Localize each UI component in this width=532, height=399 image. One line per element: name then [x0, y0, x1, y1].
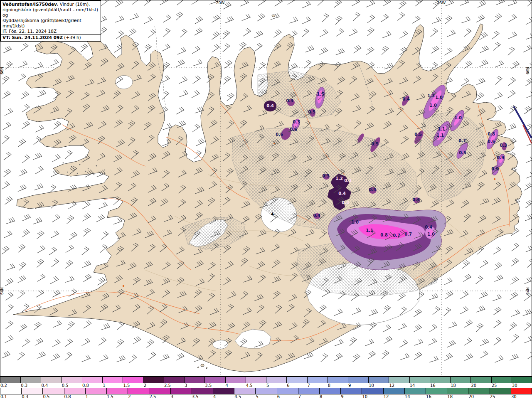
- colorbar-value: 10: [368, 383, 389, 388]
- precip-value-label: 1.0: [429, 103, 437, 108]
- colorbar-cell: 8: [319, 388, 340, 399]
- precip-value-label: 0.8: [380, 233, 388, 237]
- precip-value-label: 1.0: [454, 116, 462, 120]
- colorbar-cell: 2.5: [149, 388, 170, 399]
- colorbar-value: 2: [143, 383, 164, 388]
- colorbar-cell: 6: [286, 377, 307, 388]
- colorbar-swatch: [368, 377, 389, 383]
- colorbar-cell: 7: [298, 388, 319, 399]
- title-line-3: slydda/snjókoma (grátt/bleikt/grænt - mm…: [2, 18, 99, 29]
- colorbar-cell: 12: [389, 377, 409, 388]
- colorbar-swatch: [404, 388, 426, 394]
- colorbar-swatch: [286, 377, 307, 383]
- precip-value-label: 1.1: [436, 133, 444, 138]
- colorbar-swatch: [106, 388, 128, 394]
- colorbar-swatch: [298, 388, 319, 394]
- colorbar-cell: 3: [184, 377, 204, 388]
- colorbar-swatch: [184, 377, 204, 383]
- precip-value-label: 0.4: [266, 103, 274, 108]
- colorbar-swatch: [128, 388, 149, 394]
- colorbar-cell: 25: [491, 377, 512, 388]
- precip-value-label: 0.6: [290, 127, 297, 132]
- colorbar-value: 0.5: [62, 383, 82, 388]
- colorbar-swatch: [62, 377, 82, 383]
- colorbar-swatch: [447, 388, 468, 394]
- colorbar-value: 6: [286, 383, 307, 388]
- title-line-1-rest: : Vindur (10m),: [57, 2, 90, 7]
- colorbar-swatch: [266, 377, 286, 383]
- colorbar-swatch: [0, 377, 20, 383]
- precip-value-label: 0.4: [369, 187, 376, 192]
- colorbar-swatch: [328, 377, 348, 383]
- colorbar-swatch: [348, 377, 368, 383]
- colorbar-cell: 0.3: [20, 377, 41, 388]
- colorbar-cell: 2.5: [164, 377, 184, 388]
- colorbar-swatch: [102, 377, 123, 383]
- precip-value-label: 1.3: [427, 94, 435, 98]
- colorbar-cell: 8: [328, 377, 348, 388]
- colorbar-rain: 0.10.30.50.811.522.533.544.5567891012141…: [0, 388, 532, 399]
- colorbar-value: 2.5: [149, 394, 170, 399]
- colorbar-swatch: [213, 388, 234, 394]
- colorbar-cell: 3: [170, 388, 192, 399]
- colorbar-value: 1: [102, 383, 123, 388]
- colorbar-value: 20: [470, 383, 491, 388]
- latitude-label: 64N: [0, 287, 4, 295]
- colorbar-swatch: [409, 377, 430, 383]
- colorbar-value: 5: [255, 394, 276, 399]
- colorbar-cell: 14: [404, 388, 426, 399]
- colorbar-cell: 16: [426, 388, 447, 399]
- precip-value-label: 0.4: [313, 213, 320, 218]
- iceland-weather-map: ▲ 0.40.31.50.50.30.60.60.41.31.01.01.00.…: [0, 0, 532, 377]
- colorbar-swatch: [470, 377, 491, 383]
- colorbar-swatch: [491, 377, 512, 383]
- precip-value-label: 1.1: [366, 228, 373, 233]
- colorbar-cell: 2: [128, 388, 149, 399]
- colorbar-cell: 4.5: [234, 388, 255, 399]
- colorbar-value: 20: [468, 394, 489, 399]
- init-time: IT: Fös. 22. 11. 2024 18Z: [2, 29, 99, 34]
- colorbar-swatch: [149, 388, 170, 394]
- colorbar-cell: 30: [511, 388, 532, 399]
- colorbar-cell: 18: [450, 377, 470, 388]
- precip-value-label: 0.4: [338, 191, 346, 196]
- title-line-2: rigning/skúrir (grænt/blátt/rautt - mm/1…: [2, 7, 99, 18]
- colorbar-swatch: [82, 377, 102, 383]
- colorbar-value: 4: [225, 383, 246, 388]
- colorbar-value: 3: [170, 394, 192, 399]
- precip-value-label: 0.5: [414, 132, 422, 137]
- colorbar-cell: 0.1: [0, 388, 21, 399]
- colorbar-swatch: [204, 377, 225, 383]
- colorbar-swatch: [192, 388, 213, 394]
- colorbar-cell: 1.5: [106, 388, 128, 399]
- colorbar-value: 4.5: [246, 383, 266, 388]
- colorbar-value: 3.5: [192, 394, 213, 399]
- precip-value-label: 0.9: [491, 167, 499, 171]
- colorbar-swatch: [340, 388, 362, 394]
- colorbar-value: 8: [328, 383, 348, 388]
- colorbar-value: 4: [213, 394, 234, 399]
- colorbar-cell: 30: [512, 377, 532, 388]
- colorbar-cell: 1.5: [123, 377, 143, 388]
- colorbar-cell: 20: [468, 388, 489, 399]
- colorbar-value: 0.5: [42, 394, 64, 399]
- colorbar-swatch: [383, 388, 404, 394]
- colorbar-cell: 16: [430, 377, 450, 388]
- colorbar-swatch: [468, 388, 489, 394]
- precip-value-label: 0.3: [293, 120, 300, 124]
- colorbar-value: 0.2: [0, 383, 20, 388]
- colorbar-swatch: [170, 388, 192, 394]
- colorbar-value: 1.5: [123, 383, 143, 388]
- colorbar-swatch: [42, 388, 64, 394]
- colorbar-value: 14: [404, 394, 426, 399]
- colorbar-cell: 4: [213, 388, 234, 399]
- precip-colorbars: 0.20.30.40.50.811.522.533.544.5567891012…: [0, 377, 532, 399]
- colorbar-cell: 0.8: [82, 377, 102, 388]
- colorbar-value: 1.5: [106, 394, 128, 399]
- precip-value-label: 1.0: [435, 95, 443, 100]
- colorbar-swatch: [21, 388, 42, 394]
- colorbar-cell: 6: [277, 388, 298, 399]
- colorbar-value: 30: [512, 383, 532, 388]
- colorbar-swatch: [277, 388, 298, 394]
- colorbar-cell: 14: [409, 377, 430, 388]
